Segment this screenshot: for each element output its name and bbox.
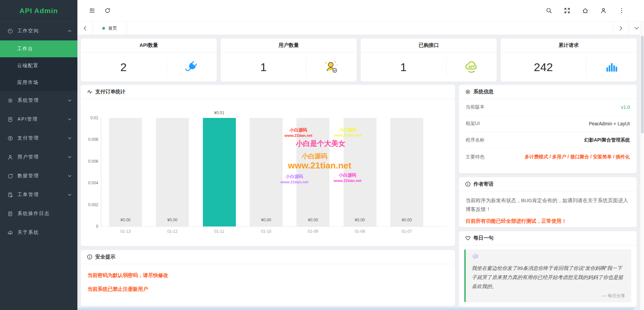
top-header — [77, 0, 644, 22]
active-tab-dot — [102, 27, 105, 30]
stat-card-title: 累计请求 — [501, 38, 637, 53]
sidebar-item-label: 系统管理 — [17, 97, 68, 103]
more-menu-button[interactable] — [612, 4, 631, 18]
plug-icon — [167, 59, 217, 75]
fullscreen-icon — [564, 7, 570, 14]
more-vertical-icon — [618, 7, 625, 14]
fullscreen-button[interactable] — [558, 4, 576, 18]
chevron-down-icon — [68, 175, 71, 177]
sidebar-item-ticket-mgmt[interactable]: 工单管理 — [0, 185, 77, 204]
speech-bubble-icon — [472, 253, 480, 260]
info-row-framework: 框架UI PearAdmin + LayUI — [466, 116, 630, 132]
x-axis-tick-label: 01-12 — [156, 229, 189, 234]
sidebar-item-label: 云端配置 — [17, 63, 39, 69]
vertical-scrollbar-thumb[interactable] — [641, 36, 644, 133]
dashboard-main-row: 支付订单统计 00.0020.0040.0060.0080.01 ¥0.0001… — [81, 85, 637, 307]
x-axis-tick-label: 01-07 — [390, 229, 423, 234]
refresh-button[interactable] — [100, 4, 115, 18]
tab-home[interactable]: 首页 — [93, 22, 127, 35]
panel-title: 作者寄语 — [473, 181, 494, 187]
bar-chart-icon — [586, 59, 637, 75]
user-icon — [7, 154, 13, 160]
user-menu-button[interactable] — [594, 4, 612, 18]
sidebar-item-workbench[interactable]: 工作台 — [0, 40, 77, 57]
watermark-text: www.21tian.net — [288, 160, 351, 172]
panel-title: 支付订单统计 — [95, 89, 126, 95]
watermark-text: 小白是个大美女 — [296, 139, 346, 148]
author-note-highlight: 目前所有功能已经全部进行测试，正常使用！ — [466, 218, 630, 224]
sidebar-item-system-mgmt[interactable]: 系统管理 — [0, 91, 77, 110]
info-value: 幻影API聚合管理系统 — [584, 137, 630, 143]
chart-baseline — [101, 226, 447, 227]
chart-bar-group: ¥0.0101-11 — [203, 118, 236, 226]
tab-scroll-right-button[interactable] — [613, 22, 629, 35]
search-button[interactable] — [540, 4, 558, 18]
stat-card-value: 2 — [81, 61, 166, 74]
search-icon — [546, 7, 552, 14]
stat-card-title: API数量 — [81, 38, 217, 53]
sidebar-item-user-mgmt[interactable]: 用户管理 — [0, 148, 77, 166]
security-tip: 当前系统已禁止注册新用户 — [87, 286, 448, 292]
gear-icon — [7, 98, 13, 103]
yen-circle-icon — [7, 135, 13, 141]
tab-bar-spacer — [127, 22, 613, 35]
chevron-down-icon — [68, 99, 71, 102]
info-icon — [87, 254, 93, 260]
horizontal-scrollbar-thumb[interactable] — [77, 308, 634, 310]
author-note-text: 当前程序为新发布状态，BUG肯定会有的，如遇到请在关于系统页面进入博客反馈！ — [466, 196, 630, 214]
y-axis-tick-label: 0.004 — [88, 181, 98, 185]
header-actions — [540, 4, 631, 18]
stat-cards-row: API数量 2 用户数量 1 — [81, 38, 637, 82]
svg-text:API: API — [468, 65, 475, 69]
y-axis-tick-label: 0.002 — [88, 203, 98, 207]
stat-card-value: 242 — [501, 61, 586, 74]
stat-card-title: 已购接口 — [361, 38, 497, 53]
sidebar-item-label: 数据管理 — [17, 173, 68, 179]
sidebar-item-operation-log[interactable]: 系统操作日志 — [0, 204, 77, 223]
security-tips-card: 安全提示 当前密码为默认弱密码，请尽快修改 当前系统已禁止注册新用户 — [81, 250, 455, 306]
quote-block: 我坐在窗边给你发了99条消息你终于肯回我了你说“发你妈啊”我一下子就哭了原来努力… — [464, 249, 631, 302]
chart-axis-line — [101, 118, 101, 226]
stat-card-user-count: 用户数量 1 — [221, 38, 357, 82]
sidebar-item-label: 用户管理 — [17, 154, 68, 160]
system-info-card: 系统信息 当前版本 v1.0 框架UI PearAdmin + LayUI — [459, 85, 637, 173]
sidebar-item-about[interactable]: 关于系统 — [0, 223, 77, 242]
chart-bar-group: ¥0.0001-12 — [156, 118, 189, 226]
sidebar-item-workspace[interactable]: 工作空间 — [0, 22, 77, 40]
sidebar-item-label: API管理 — [17, 116, 68, 122]
watermark-text: 小白源码 — [302, 152, 327, 161]
daily-quote-card: 每日一句 我坐在窗边给你发了99条消息你终于肯回我了你说“发你妈啊”我一下子就哭… — [459, 231, 637, 307]
y-axis-tick-label: 0 — [96, 224, 98, 229]
bar-value-label: ¥0.00 — [296, 218, 329, 222]
sidebar-item-label: 工作空间 — [17, 28, 68, 34]
author-note-card: 作者寄语 当前程序为新发布状态，BUG肯定会有的，如遇到请在关于系统页面进入博客… — [459, 177, 637, 227]
quote-source: — 每日分享 — [472, 293, 625, 299]
home-button[interactable] — [576, 4, 594, 18]
sidebar-item-app-market[interactable]: 应用市场 — [0, 74, 77, 91]
stat-card-purchased-apis: 已购接口 1 API — [361, 38, 497, 82]
tab-bar: 首页 — [77, 22, 644, 35]
chart-panel-header: 支付订单统计 — [81, 85, 455, 99]
collapse-sidebar-button[interactable] — [84, 4, 100, 18]
x-axis-tick-label: 01-10 — [250, 229, 283, 234]
sidebar-item-payment-mgmt[interactable]: 支付管理 — [0, 129, 77, 148]
bar-value-label: ¥0.00 — [344, 218, 377, 222]
quote-text: 我坐在窗边给你发了99条消息你终于肯回我了你说“发你妈啊”我一下子就哭了原来努力… — [472, 264, 625, 291]
security-tip: 当前密码为默认弱密码，请尽快修改 — [87, 272, 448, 279]
sidebar-item-data-mgmt[interactable]: 数据管理 — [0, 166, 77, 185]
author-note-header: 作者寄语 — [459, 177, 637, 191]
cloud-api-icon: API — [446, 59, 497, 75]
sidebar-item-cloud-config[interactable]: 云端配置 — [0, 57, 77, 74]
chart-bar-group: ¥0.0001-10 — [250, 118, 283, 226]
chevron-down-icon — [68, 118, 71, 121]
page-content: API数量 2 用户数量 1 — [77, 35, 644, 307]
horizontal-scrollbar[interactable] — [77, 308, 640, 310]
info-value: PearAdmin + LayUI — [589, 121, 630, 126]
watermark-text: 小白源码www.21tian.net — [334, 127, 362, 138]
tab-scroll-left-button[interactable] — [77, 22, 93, 35]
stat-card-value: 1 — [361, 61, 446, 74]
sidebar-item-api-mgmt[interactable]: API管理 — [0, 110, 77, 129]
info-value: 多计费模式 / 多用户 / 接口聚合 / 安装简单 / 插件化 — [525, 154, 630, 160]
vertical-scrollbar[interactable] — [640, 22, 644, 310]
chart-bar-group: ¥0.0001-13 — [109, 118, 142, 226]
